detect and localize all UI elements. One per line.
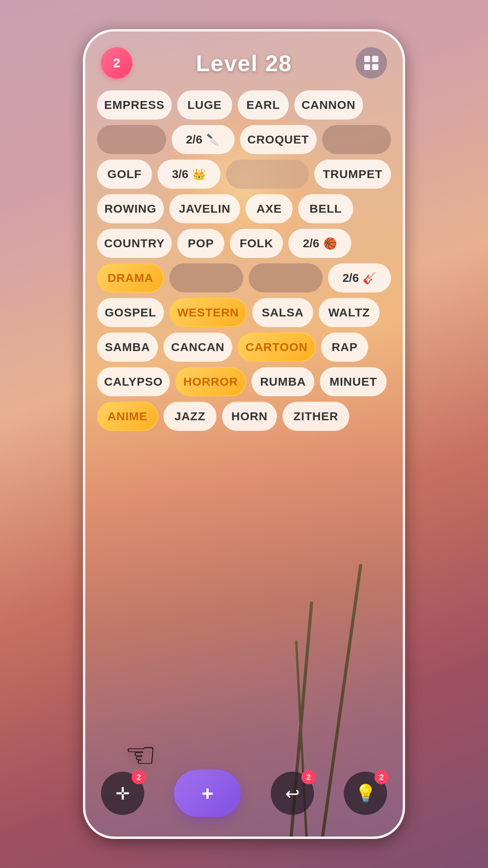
word-luge[interactable]: LUGE <box>177 90 232 120</box>
word-row-2: 2/6 🔪 CROQUET <box>97 125 391 154</box>
empty-pill-2a <box>97 125 166 154</box>
word-earl[interactable]: EARL <box>238 90 289 120</box>
score-crown-value: 3/6 <box>172 167 189 181</box>
score-knife-value: 2/6 <box>186 133 202 146</box>
word-row-1: EMPRESS LUGE EARL CANNON <box>97 90 391 120</box>
word-western[interactable]: WESTERN <box>169 298 247 327</box>
word-cannon[interactable]: CANNON <box>294 90 363 120</box>
undo-badge: 2 <box>301 770 316 784</box>
add-word-button[interactable]: + <box>174 770 241 817</box>
empty-pill-6a <box>169 263 243 292</box>
word-calypso[interactable]: CALYPSO <box>97 367 170 396</box>
grid-icon <box>364 56 378 70</box>
phone-frame: 2 Level 28 EMPRESS LUGE EARL CANNON 2/6 … <box>83 29 405 839</box>
score-guitar-value: 2/6 <box>343 271 359 285</box>
word-javelin[interactable]: JAVELIN <box>169 194 240 223</box>
word-row-8: SAMBA CANCAN CARTOON RAP <box>97 333 391 362</box>
lives-badge: 2 <box>101 47 132 79</box>
bottom-bar: ✛ 2 + ↩ 2 💡 2 <box>85 770 403 817</box>
undo-icon: ↩ <box>285 783 300 804</box>
empty-pill-3 <box>226 160 309 189</box>
header: 2 Level 28 <box>85 31 403 86</box>
word-axe[interactable]: AXE <box>246 194 293 223</box>
word-drama[interactable]: DRAMA <box>97 263 164 292</box>
word-cartoon[interactable]: CARTOON <box>238 333 316 362</box>
word-anime[interactable]: ANIME <box>97 402 158 431</box>
crown-icon: 👑 <box>192 168 206 181</box>
word-waltz[interactable]: WALTZ <box>319 298 380 327</box>
word-golf[interactable]: GOLF <box>97 160 152 189</box>
undo-button[interactable]: ↩ 2 <box>271 772 314 815</box>
score-crown[interactable]: 3/6 👑 <box>158 160 220 189</box>
word-salsa[interactable]: SALSA <box>252 298 313 327</box>
word-zither[interactable]: ZITHER <box>283 402 349 431</box>
knife-icon: 🔪 <box>206 133 220 146</box>
empty-pill-2b <box>322 125 391 154</box>
word-bell[interactable]: BELL <box>298 194 353 223</box>
word-row-5: COUNTRY POP FOLK 2/6 🏀 <box>97 229 391 258</box>
word-horror[interactable]: HORROR <box>175 367 246 396</box>
word-samba[interactable]: SAMBA <box>97 333 158 362</box>
word-row-9: CALYPSO HORROR RUMBA MINUET <box>97 367 391 396</box>
score-guitar[interactable]: 2/6 🎸 <box>328 263 391 292</box>
move-icon: ✛ <box>116 783 130 804</box>
score-knife[interactable]: 2/6 🔪 <box>172 125 235 154</box>
word-cancan[interactable]: CANCAN <box>163 333 232 362</box>
word-row-3: GOLF 3/6 👑 TRUMPET <box>97 160 391 189</box>
word-trumpet[interactable]: TRUMPET <box>314 160 391 189</box>
word-row-4: ROWING JAVELIN AXE BELL <box>97 194 391 223</box>
score-basketball[interactable]: 2/6 🏀 <box>288 229 351 258</box>
word-empress[interactable]: EMPRESS <box>97 90 172 120</box>
hint-icon: 💡 <box>355 783 376 804</box>
menu-button[interactable] <box>356 47 387 79</box>
basketball-icon: 🏀 <box>323 237 337 250</box>
guitar-icon: 🎸 <box>363 272 376 285</box>
word-horn[interactable]: HORN <box>222 402 277 431</box>
score-basketball-value: 2/6 <box>303 237 319 250</box>
lives-count: 2 <box>113 56 120 70</box>
word-jazz[interactable]: JAZZ <box>163 402 216 431</box>
word-gospel[interactable]: GOSPEL <box>97 298 164 327</box>
word-row-10: ANIME JAZZ HORN ZITHER <box>97 402 391 431</box>
level-title: Level 28 <box>196 50 292 76</box>
word-row-7: GOSPEL WESTERN SALSA WALTZ <box>97 298 391 327</box>
word-pop[interactable]: POP <box>177 229 224 258</box>
hint-button[interactable]: 💡 2 <box>344 772 387 815</box>
word-country[interactable]: COUNTRY <box>97 229 172 258</box>
word-minuet[interactable]: MINUET <box>320 367 387 396</box>
word-rap[interactable]: RAP <box>321 333 368 362</box>
word-folk[interactable]: FOLK <box>230 229 283 258</box>
word-row-6: DRAMA 2/6 🎸 <box>97 263 391 292</box>
finger-cursor: ☞ <box>125 734 156 776</box>
word-croquet[interactable]: CROQUET <box>240 125 317 154</box>
word-rowing[interactable]: ROWING <box>97 194 164 223</box>
word-grid: EMPRESS LUGE EARL CANNON 2/6 🔪 CROQUET G… <box>85 86 403 435</box>
add-icon: + <box>202 782 213 805</box>
word-rumba[interactable]: RUMBA <box>251 367 314 396</box>
hint-badge: 2 <box>374 770 389 784</box>
move-button[interactable]: ✛ 2 <box>101 772 144 815</box>
empty-pill-6b <box>249 263 323 292</box>
